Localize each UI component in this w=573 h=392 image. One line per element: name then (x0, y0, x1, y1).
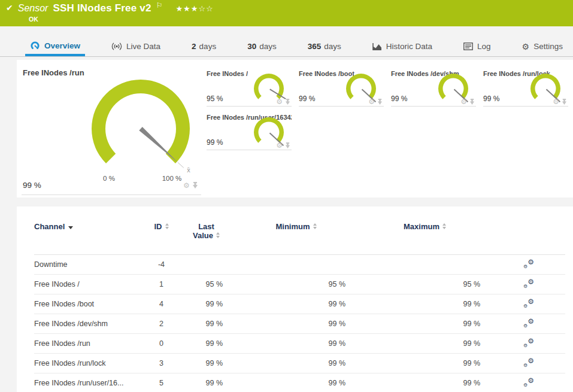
star-empty-icon[interactable]: ☆ (206, 4, 214, 13)
maximum-cell: 99 % (357, 339, 492, 348)
gauge-actions: ⚙ (276, 98, 290, 105)
channel-id-cell: 2 (145, 320, 178, 328)
pin-icon[interactable] (469, 99, 475, 105)
channel-actions-cell: ⚙⚙ (492, 259, 565, 271)
gear-icon[interactable]: ⚙ (553, 98, 559, 105)
table-header: ChannelIDLast ValueMinimumMaximum (17, 206, 573, 255)
main-gauge-value: 99 % (23, 181, 41, 190)
last-value-cell: 99 % (178, 300, 235, 308)
gauge-actions: ⚙ (368, 98, 383, 105)
table-body: Downtime-4⚙⚙Free INodes /195 %95 %95 %⚙⚙… (17, 255, 573, 392)
channel-settings-icon[interactable]: ⚙⚙ (523, 299, 534, 308)
gauge-card: Free INodes /boot99 %⚙ (299, 67, 384, 107)
log-icon (463, 42, 473, 50)
star-filled-icon[interactable]: ★ (191, 4, 199, 13)
gauge-card: Free INodes /run/user/16342...99 %⚙ (207, 111, 292, 150)
gauge-actions: ⚙ (276, 142, 290, 149)
pin-icon[interactable] (285, 142, 290, 149)
gear-icon[interactable]: ⚙ (276, 98, 283, 105)
star-filled-icon[interactable]: ★ (183, 4, 191, 13)
maximum-cell: 99 % (357, 320, 492, 328)
tab-number: 365 (308, 42, 322, 51)
gauge-needle (139, 127, 178, 162)
minimum-cell: 99 % (235, 320, 357, 328)
sensor-status-text: OK (29, 16, 38, 23)
channel-id-cell: -4 (145, 260, 178, 269)
table-row: Free INodes /boot499 %99 %99 %⚙⚙ (34, 294, 565, 314)
tab-label: days (324, 42, 341, 51)
divider (22, 195, 201, 195)
gear-icon[interactable]: ⚙ (460, 98, 467, 105)
gauge-value: 99 % (207, 138, 223, 147)
gauge-value: 99 % (299, 95, 315, 103)
table-row: Free INodes /dev/shm299 %99 %99 %⚙⚙ (34, 314, 565, 334)
channel-settings-icon[interactable]: ⚙⚙ (523, 259, 534, 269)
tab-settings[interactable]: ⚙Settings (517, 42, 568, 56)
gear-icon[interactable]: ⚙ (183, 182, 190, 189)
tab-days[interactable]: 30days (242, 42, 281, 56)
column-header-channel[interactable]: Channel (34, 222, 145, 231)
tab-days[interactable]: 2days (187, 42, 221, 56)
column-header-maximum[interactable]: Maximum (357, 222, 492, 231)
gauge-actions: ⚙ (460, 98, 475, 105)
tab-live-data[interactable]: Live Data (107, 42, 165, 56)
historic-icon (372, 42, 382, 51)
tab-label: days (199, 42, 217, 51)
gear-icon[interactable]: ⚙ (368, 98, 375, 105)
channel-name-cell: Free INodes /run (34, 339, 145, 348)
tab-log[interactable]: Log (459, 42, 496, 56)
column-label: Channel (34, 222, 65, 231)
pin-icon[interactable] (562, 99, 567, 105)
column-header-last-value[interactable]: Last Value (178, 222, 235, 240)
channel-id-cell: 5 (145, 379, 178, 387)
column-label: Minimum (275, 222, 310, 231)
channel-settings-icon[interactable]: ⚙⚙ (523, 378, 534, 387)
tab-label: Live Data (126, 42, 160, 51)
maximum-cell: 99 % (357, 359, 492, 367)
channel-actions-cell: ⚙⚙ (492, 299, 565, 310)
gauge-icon (30, 41, 40, 51)
tab-overview[interactable]: Overview (25, 41, 85, 56)
priority-flag-icon[interactable]: ⚐ (156, 1, 163, 10)
channel-id-cell: 1 (145, 280, 178, 288)
last-value-cell: 95 % (178, 280, 235, 288)
maximum-cell: 95 % (357, 280, 492, 288)
pin-icon[interactable] (285, 99, 290, 105)
tab-label: Historic Data (386, 42, 432, 51)
tab-number: 2 (192, 42, 196, 51)
star-filled-icon[interactable]: ★ (175, 4, 183, 13)
channel-settings-icon[interactable]: ⚙⚙ (523, 318, 534, 328)
needle-extension (178, 163, 184, 168)
column-header-minimum[interactable]: Minimum (235, 222, 357, 231)
sensor-kind-label: Sensor (18, 3, 48, 14)
channel-actions-cell: ⚙⚙ (492, 279, 565, 290)
channel-settings-icon[interactable]: ⚙⚙ (523, 358, 534, 367)
priority-stars[interactable]: ★★★☆☆ (175, 4, 213, 13)
pin-icon[interactable] (377, 99, 383, 105)
minimum-cell: 95 % (235, 280, 357, 288)
star-empty-icon[interactable]: ☆ (198, 4, 206, 13)
tab-days[interactable]: 365days (303, 42, 346, 56)
minimum-cell: 99 % (235, 300, 357, 308)
gear-icon[interactable]: ⚙ (276, 142, 283, 149)
column-label: ID (154, 222, 162, 231)
channel-name-cell: Free INodes /run/lock (34, 359, 145, 367)
channel-name-cell: Downtime (34, 260, 145, 269)
live-icon (111, 42, 122, 51)
channel-settings-icon[interactable]: ⚙⚙ (523, 279, 534, 288)
sort-icon (442, 223, 446, 229)
pin-icon[interactable] (192, 182, 198, 189)
sensor-title: SSH INodes Free v2 (53, 2, 151, 14)
sort-icon (313, 223, 317, 229)
minimum-cell: 99 % (235, 339, 357, 348)
sort-icon (216, 232, 220, 238)
table-row: Free INodes /run/lock399 %99 %99 %⚙⚙ (34, 354, 565, 373)
column-label: Maximum (404, 222, 439, 231)
last-value-cell: 99 % (178, 379, 235, 387)
tab-label: Log (477, 42, 491, 51)
column-header-id[interactable]: ID (145, 222, 178, 231)
last-value-cell: 99 % (178, 320, 235, 328)
tab-historic-data[interactable]: Historic Data (368, 42, 437, 56)
channel-id-cell: 4 (145, 300, 178, 308)
channel-settings-icon[interactable]: ⚙⚙ (523, 338, 534, 348)
